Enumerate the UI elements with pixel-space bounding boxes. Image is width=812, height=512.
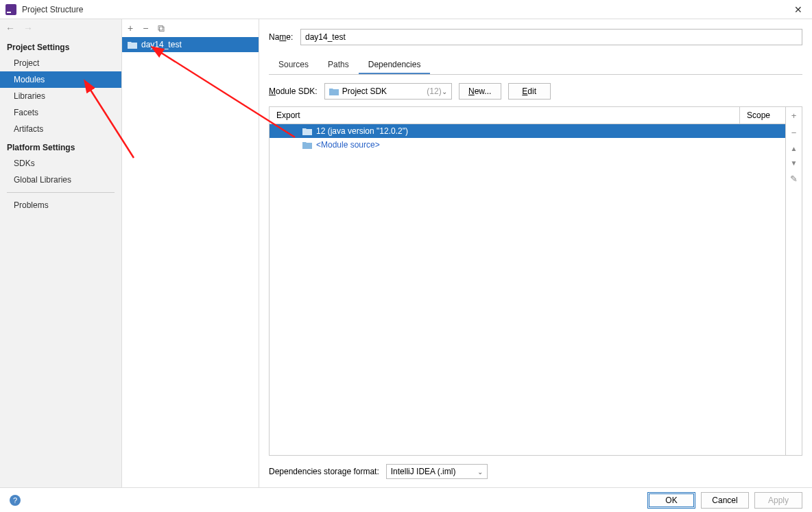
dependencies-area: Export Scope 12 (java version "12.0.2") … xyxy=(269,106,802,456)
deps-header: Export Scope xyxy=(270,107,785,124)
copy-module-icon[interactable]: ⧉ xyxy=(158,23,165,34)
module-sdk-label: Module SDK: xyxy=(269,86,318,96)
remove-module-icon[interactable]: − xyxy=(143,23,148,34)
storage-format-select[interactable]: IntelliJ IDEA (.iml) ⌄ xyxy=(386,464,488,479)
svg-rect-0 xyxy=(5,4,16,15)
sidebar-item-modules[interactable]: Modules xyxy=(0,71,121,88)
project-settings-header: Project Settings xyxy=(0,37,121,55)
dep-remove-icon[interactable]: − xyxy=(791,124,797,141)
sidebar-item-sdks[interactable]: SDKs xyxy=(0,155,121,172)
sdk-new-button[interactable]: New... xyxy=(459,83,501,100)
platform-settings-header: Platform Settings xyxy=(0,137,121,155)
dep-down-icon[interactable]: ▼ xyxy=(791,156,798,170)
dep-up-icon[interactable]: ▲ xyxy=(791,141,798,156)
module-name-input[interactable] xyxy=(300,29,802,45)
window-title: Project Structure xyxy=(22,5,790,14)
sidebar-item-artifacts[interactable]: Artifacts xyxy=(0,121,121,137)
storage-value: IntelliJ IDEA (.iml) xyxy=(391,467,456,476)
name-row: Name: xyxy=(269,29,802,45)
tab-paths[interactable]: Paths xyxy=(318,56,359,74)
module-list-panel: + − ⧉ day14_test xyxy=(122,19,259,487)
dep-add-icon[interactable]: + xyxy=(791,107,797,124)
nav-history: ← → xyxy=(0,19,121,37)
app-icon xyxy=(5,4,16,15)
deps-rows: 12 (java version "12.0.2") <Module sourc… xyxy=(270,124,785,455)
title-bar: Project Structure ✕ xyxy=(0,0,812,19)
settings-sidebar: ← → Project Settings Project Modules Lib… xyxy=(0,19,122,487)
module-name: day14_test xyxy=(141,40,182,49)
close-icon[interactable]: ✕ xyxy=(790,3,807,16)
forward-icon[interactable]: → xyxy=(23,23,33,34)
deps-side-toolbar: + − ▲ ▼ ✎ xyxy=(785,107,802,455)
module-toolbar: + − ⧉ xyxy=(122,19,259,37)
dep-row[interactable]: 12 (java version "12.0.2") xyxy=(270,124,785,138)
cancel-button[interactable]: Cancel xyxy=(701,492,749,509)
module-sdk-select[interactable]: Project SDK (12) ⌄ xyxy=(324,83,452,100)
folder-icon xyxy=(329,88,339,95)
folder-icon xyxy=(302,141,312,149)
storage-label: Dependencies storage format: xyxy=(269,467,379,476)
dep-text: <Module source> xyxy=(316,140,380,150)
folder-icon xyxy=(128,41,137,49)
tab-dependencies[interactable]: Dependencies xyxy=(359,56,431,74)
sdk-edit-button[interactable]: Edit xyxy=(508,83,551,100)
back-icon[interactable]: ← xyxy=(5,23,15,34)
sidebar-item-facets[interactable]: Facets xyxy=(0,104,121,121)
help-icon[interactable]: ? xyxy=(10,495,21,506)
sidebar-item-project[interactable]: Project xyxy=(0,55,121,71)
folder-icon xyxy=(302,128,312,135)
sidebar-divider xyxy=(7,192,115,193)
module-tabs: Sources Paths Dependencies xyxy=(269,56,802,75)
ok-button[interactable]: OK xyxy=(647,492,695,509)
dep-text: 12 (java version "12.0.2") xyxy=(316,126,408,136)
tab-sources[interactable]: Sources xyxy=(269,56,318,74)
module-details-panel: Name: Sources Paths Dependencies Module … xyxy=(259,19,812,487)
dep-row[interactable]: <Module source> xyxy=(270,138,785,152)
sdk-selected: Project SDK xyxy=(342,86,425,96)
module-list-item[interactable]: day14_test xyxy=(122,37,259,52)
apply-button[interactable]: Apply xyxy=(754,492,802,509)
col-scope[interactable]: Scope xyxy=(740,107,785,124)
dep-edit-icon[interactable]: ✎ xyxy=(790,170,798,187)
name-label: Name: xyxy=(269,32,300,42)
sidebar-item-libraries[interactable]: Libraries xyxy=(0,88,121,104)
sdk-hint: (12) xyxy=(427,86,441,96)
dialog-footer: ? OK Cancel Apply xyxy=(0,487,812,512)
sidebar-item-global-libraries[interactable]: Global Libraries xyxy=(0,172,121,188)
dependencies-table: Export Scope 12 (java version "12.0.2") … xyxy=(270,107,785,455)
sdk-row: Module SDK: Project SDK (12) ⌄ New... Ed… xyxy=(269,83,802,100)
svg-rect-1 xyxy=(7,12,11,13)
sidebar-item-problems[interactable]: Problems xyxy=(0,197,121,213)
chevron-down-icon: ⌄ xyxy=(477,468,483,476)
storage-row: Dependencies storage format: IntelliJ ID… xyxy=(269,456,802,487)
col-export[interactable]: Export xyxy=(270,107,740,124)
add-module-icon[interactable]: + xyxy=(128,23,133,34)
footer-buttons: OK Cancel Apply xyxy=(647,492,802,509)
chevron-down-icon: ⌄ xyxy=(442,88,447,95)
